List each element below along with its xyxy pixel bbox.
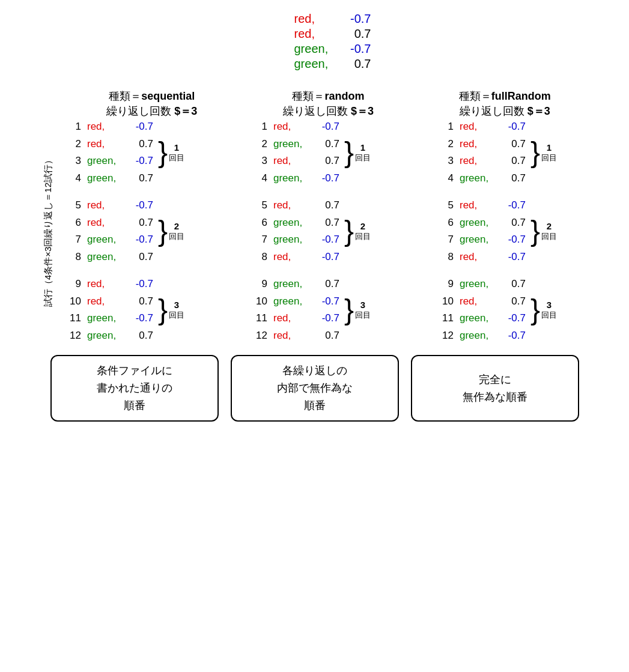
bracket-label: 2回目 bbox=[169, 221, 184, 241]
trial-value: -0.7 bbox=[123, 153, 153, 169]
file-row: green,0.7 bbox=[294, 57, 371, 71]
col-kind-label: 種類＝random bbox=[240, 89, 417, 104]
trial-group-1-2: 9green,0.710green,-0.711red,-0.712red,0.… bbox=[249, 276, 436, 343]
trial-word: red, bbox=[87, 119, 123, 135]
trial-line: 1red,-0.7 bbox=[63, 119, 153, 135]
bracket-text: 回目 bbox=[541, 153, 557, 163]
bracket-group: }1回目 bbox=[344, 138, 371, 167]
bracket-text: 回目 bbox=[169, 153, 184, 163]
trial-value: -0.7 bbox=[123, 232, 153, 247]
trial-word: red, bbox=[273, 310, 309, 326]
bottom-box-0: 条件ファイルに書かれた通りの順番 bbox=[50, 355, 219, 421]
trial-line: 11green,-0.7 bbox=[436, 310, 526, 326]
trial-line: 6green,0.7 bbox=[436, 215, 526, 231]
trial-num: 6 bbox=[436, 215, 454, 231]
bracket-num: 3 bbox=[360, 300, 365, 310]
trial-word: red, bbox=[87, 276, 123, 292]
bracket-label: 3回目 bbox=[169, 300, 184, 320]
trial-value: 0.7 bbox=[309, 328, 339, 344]
bracket-group: }3回目 bbox=[344, 295, 371, 324]
trial-num: 6 bbox=[63, 215, 81, 231]
bracket-group: }3回目 bbox=[158, 295, 184, 324]
trial-num: 5 bbox=[63, 198, 81, 213]
bracket-symbol: } bbox=[344, 217, 354, 246]
col-0: 1red,-0.72red,0.73green,-0.74green,0.7}1… bbox=[63, 119, 249, 343]
file-value: 0.7 bbox=[341, 57, 371, 71]
bottom-box-2: 完全に無作為な順番 bbox=[411, 355, 579, 421]
trial-value: 0.7 bbox=[309, 136, 339, 152]
trial-num: 8 bbox=[436, 249, 454, 265]
trial-word: red, bbox=[273, 119, 309, 135]
trial-num: 9 bbox=[63, 276, 81, 292]
trial-lines: 9red,-0.710red,0.711green,-0.712green,0.… bbox=[63, 276, 153, 343]
trial-word: green, bbox=[87, 249, 123, 265]
trial-group-2-2: 9green,0.710red,0.711green,-0.712green,-… bbox=[436, 276, 622, 343]
trial-word: red, bbox=[273, 249, 309, 265]
file-row: green,-0.7 bbox=[294, 42, 371, 56]
main-area: 試行（4条件×3回繰り返し＝12試行） 1red,-0.72red,0.73gr… bbox=[0, 119, 629, 343]
trial-num: 11 bbox=[63, 310, 81, 326]
trial-group-2-0: 1red,-0.72red,0.73red,0.74green,0.7}1回目 bbox=[436, 119, 622, 186]
file-row: red,-0.7 bbox=[294, 12, 371, 26]
bracket-label: 2回目 bbox=[355, 221, 371, 241]
trial-word: red, bbox=[273, 328, 309, 344]
trial-line: 6red,0.7 bbox=[63, 215, 153, 231]
trial-word: green, bbox=[460, 171, 496, 186]
trial-value: -0.7 bbox=[123, 310, 153, 326]
trial-word: red, bbox=[460, 119, 496, 135]
trial-num: 1 bbox=[63, 119, 81, 135]
side-label: 試行（4条件×3回繰り返し＝12試行） bbox=[43, 135, 54, 327]
trial-value: 0.7 bbox=[123, 171, 153, 186]
bracket-label: 1回目 bbox=[541, 142, 557, 163]
trial-num: 4 bbox=[436, 171, 454, 186]
trial-num: 12 bbox=[63, 328, 81, 344]
bracket-group: }1回目 bbox=[158, 138, 184, 167]
bracket-label: 3回目 bbox=[355, 300, 371, 320]
bracket-label: 1回目 bbox=[355, 142, 371, 163]
trial-num: 2 bbox=[63, 136, 81, 152]
trial-word: red, bbox=[460, 249, 496, 265]
bracket-num: 2 bbox=[360, 221, 365, 232]
bracket-text: 回目 bbox=[541, 310, 557, 320]
bracket-num: 1 bbox=[360, 142, 365, 153]
trial-num: 8 bbox=[63, 249, 81, 265]
trial-word: green, bbox=[460, 215, 496, 231]
col-header-0: 種類＝sequential繰り返し回数 $＝3 bbox=[64, 89, 240, 119]
trial-value: 0.7 bbox=[123, 215, 153, 231]
trial-line: 3green,-0.7 bbox=[63, 153, 153, 169]
trial-value: 0.7 bbox=[123, 328, 153, 344]
trial-lines: 1red,-0.72red,0.73red,0.74green,0.7 bbox=[436, 119, 526, 186]
trial-num: 12 bbox=[436, 328, 454, 344]
trial-num: 11 bbox=[436, 310, 454, 326]
trial-value: 0.7 bbox=[309, 153, 339, 169]
trial-value: -0.7 bbox=[309, 119, 339, 135]
trial-word: red, bbox=[87, 136, 123, 152]
file-value: -0.7 bbox=[341, 12, 371, 26]
trial-num: 10 bbox=[63, 294, 81, 309]
trial-word: green, bbox=[460, 276, 496, 292]
bracket-label: 2回目 bbox=[541, 221, 557, 241]
file-word: red, bbox=[294, 12, 336, 26]
bracket-text: 回目 bbox=[355, 153, 371, 163]
trial-word: red, bbox=[87, 294, 123, 309]
bracket-symbol: } bbox=[158, 217, 168, 246]
trial-line: 1red,-0.7 bbox=[249, 119, 339, 135]
trial-value: 0.7 bbox=[123, 249, 153, 265]
trial-group-0-2: 9red,-0.710red,0.711green,-0.712green,0.… bbox=[63, 276, 249, 343]
col-2: 1red,-0.72red,0.73red,0.74green,0.7}1回目5… bbox=[436, 119, 622, 343]
trial-value: 0.7 bbox=[309, 276, 339, 292]
col-header-1: 種類＝random繰り返し回数 $＝3 bbox=[240, 89, 417, 119]
trial-word: green, bbox=[87, 153, 123, 169]
trial-value: -0.7 bbox=[496, 232, 526, 247]
trial-line: 2red,0.7 bbox=[436, 136, 526, 152]
trial-value: -0.7 bbox=[123, 198, 153, 213]
trial-lines: 9green,0.710red,0.711green,-0.712green,-… bbox=[436, 276, 526, 343]
trial-word: green, bbox=[460, 232, 496, 247]
trial-word: green, bbox=[87, 232, 123, 247]
bracket-text: 回目 bbox=[355, 310, 371, 320]
trial-num: 2 bbox=[249, 136, 267, 152]
trial-word: red, bbox=[273, 153, 309, 169]
trial-line: 12red,0.7 bbox=[249, 328, 339, 344]
trial-value: 0.7 bbox=[496, 136, 526, 152]
trial-line: 3red,0.7 bbox=[436, 153, 526, 169]
